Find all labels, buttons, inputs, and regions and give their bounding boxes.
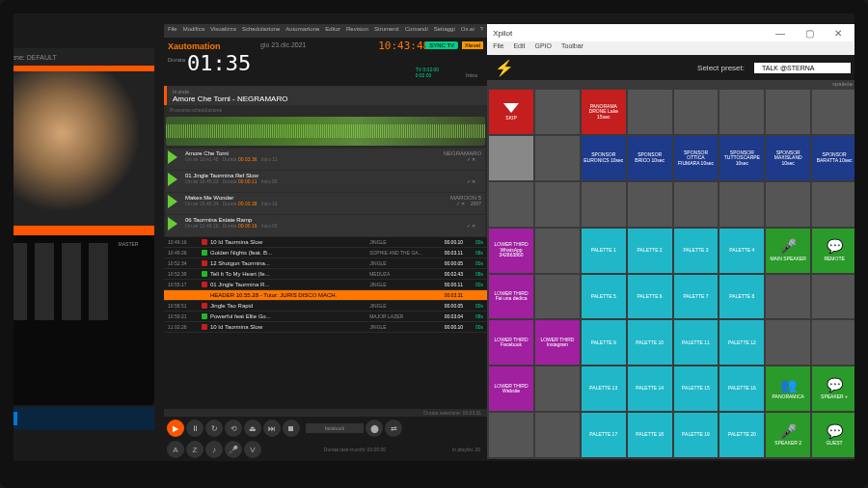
- palette-cell-palette-14[interactable]: PALETTE 14: [628, 366, 672, 411]
- palette-cell-palette-17[interactable]: PALETTE 17: [582, 413, 626, 457]
- palette-cell-palette-3[interactable]: PALETTE 3: [674, 229, 719, 273]
- deck-row[interactable]: Amore Che TorniNEGRAMARO On air 10.41.48…: [166, 149, 485, 170]
- menu-item[interactable]: GPIO: [534, 42, 552, 54]
- playlist[interactable]: 10:49:16 10 Id Taormina Slow JINGLE 00.0…: [164, 237, 487, 409]
- stop-button[interactable]: ⏹: [283, 420, 300, 437]
- tool-button[interactable]: A: [167, 441, 184, 458]
- palette-cell-sponsor-baratta-10sec[interactable]: SPONSOR BARATTA 10sec: [812, 136, 856, 180]
- maximize-icon[interactable]: ▢: [795, 28, 824, 39]
- play-icon[interactable]: [168, 195, 177, 208]
- palette-cell-palette-16[interactable]: PALETTE 16: [719, 366, 764, 411]
- palette-cell-lower-third-instagram[interactable]: LOWER THIRD Instagram: [535, 320, 580, 365]
- tool-button[interactable]: ♪: [205, 441, 223, 458]
- palette-cell-palette-15[interactable]: PALETTE 15: [674, 366, 719, 411]
- palette-cell-skip[interactable]: SKIP: [489, 90, 533, 134]
- controls-icon[interactable]: ✓ ✕: [456, 201, 465, 206]
- play-icon[interactable]: [168, 217, 177, 230]
- palette-cell-palette-4[interactable]: PALETTE 4: [719, 229, 764, 273]
- controls-icon[interactable]: ✓ ✕: [467, 223, 475, 229]
- playlist-row[interactable]: 10:49:16 10 Id Taormina Slow JINGLE 00.0…: [164, 237, 487, 248]
- pause-button[interactable]: ⏸: [186, 420, 203, 437]
- palette-cell-palette-19[interactable]: PALETTE 19: [674, 413, 719, 457]
- lightning-icon[interactable]: ⚡: [495, 59, 514, 77]
- eject-button[interactable]: ⏏: [244, 420, 261, 437]
- palette-cell-guest[interactable]: 💬GUEST: [812, 413, 856, 457]
- menu-item[interactable]: File: [493, 42, 503, 54]
- palette-cell-sponsor-maxisland-10sec[interactable]: SPONSOR MAXISLAND 10sec: [766, 136, 810, 180]
- mic-icon[interactable]: 🎤: [225, 441, 242, 458]
- deck-row[interactable]: 06 Taormina Estate Ramp On air 10.49.16 …: [166, 215, 485, 236]
- palette-cell-palette-2[interactable]: PALETTE 2: [628, 229, 672, 273]
- palette-cell-lower-third-facebook[interactable]: LOWER THIRD Facebook: [489, 320, 533, 365]
- playlist-row[interactable]: 10:58:51 Jingle Tao Rapid JINGLE 00.00.0…: [164, 301, 487, 312]
- palette-cell-panorama-drone-lake-15sec[interactable]: PANORAMA DRONE Lake 15sec: [582, 90, 626, 134]
- palette-cell-palette-8[interactable]: PALETTE 8: [719, 275, 764, 319]
- minimize-icon[interactable]: —: [766, 28, 795, 39]
- menu-item[interactable]: Comandi: [405, 26, 428, 36]
- palette-cell-remote[interactable]: 💬REMOTE: [812, 229, 856, 273]
- palette-cell-panoramica[interactable]: 👥PANORAMICA: [766, 366, 810, 411]
- menu-item[interactable]: Strumenti: [374, 26, 399, 36]
- menu-item[interactable]: Revision: [346, 26, 368, 36]
- palette-cell-palette-10[interactable]: PALETTE 10: [628, 320, 672, 365]
- tool-button[interactable]: V: [244, 441, 261, 458]
- palette-cell-palette-20[interactable]: PALETTE 20: [719, 413, 764, 457]
- loop-button[interactable]: ↻: [205, 420, 223, 437]
- palette-cell-sponsor-brico-10sec[interactable]: SPONSOR BRICO 10sec: [628, 136, 672, 180]
- playlist-row[interactable]: 10:55:17 01 Jingle Taormina R... JINGLE …: [164, 280, 487, 290]
- playlist-row[interactable]: 10:49:26 Golden Nights (feat. B... SOPHI…: [164, 248, 487, 258]
- play-icon[interactable]: [168, 173, 177, 186]
- menu-item[interactable]: Visualizza: [210, 26, 236, 36]
- preset-dropdown[interactable]: TALK @STERNA: [754, 63, 851, 73]
- menu-item[interactable]: Automazione: [285, 26, 319, 36]
- palette-cell-lower-third-fai-una-dedica[interactable]: LOWER THIRD Fai una dedica: [489, 275, 533, 319]
- windows-start-icon[interactable]: [4, 412, 17, 425]
- menu-item[interactable]: Editor: [325, 26, 340, 36]
- palette-cell-palette-18[interactable]: PALETTE 18: [628, 413, 672, 457]
- shuffle-icon[interactable]: ⇄: [385, 420, 402, 437]
- xpilot-menubar[interactable]: FileEditGPIOToolbar: [487, 41, 858, 55]
- audio-fader[interactable]: [62, 243, 81, 320]
- facebook-button[interactable]: facebook: [306, 423, 364, 433]
- waveform-display[interactable]: [166, 117, 485, 146]
- palette-cell-palette-5[interactable]: PALETTE 5: [582, 275, 626, 319]
- audio-fader[interactable]: [89, 243, 108, 320]
- controls-icon[interactable]: ✓ ✕: [467, 178, 475, 184]
- menu-item[interactable]: ?: [480, 26, 483, 36]
- skip-button[interactable]: ⏭: [263, 420, 281, 437]
- playlist-row[interactable]: 10:52:39 Tell It To My Heart (fe... MEDU…: [164, 269, 487, 280]
- controls-icon[interactable]: ✓ ✕: [467, 156, 475, 162]
- palette-cell-palette-11[interactable]: PALETTE 11: [674, 320, 719, 365]
- xpilot-titlebar[interactable]: Xpilot — ▢ ✕: [487, 24, 858, 41]
- play-button[interactable]: ▶: [167, 420, 184, 437]
- palette-cell-empty[interactable]: [489, 136, 533, 180]
- menu-item[interactable]: Os.ai: [461, 26, 475, 36]
- palette-cell-main-speaker[interactable]: 🎤MAIN SPEAKER: [766, 229, 810, 273]
- palette-cell-palette-6[interactable]: PALETTE 6: [628, 275, 672, 319]
- windows-taskbar[interactable]: [0, 407, 154, 430]
- palette-cell-palette-12[interactable]: PALETTE 12: [719, 320, 764, 365]
- reload-button[interactable]: ⟲: [225, 420, 242, 437]
- palette-cell-speaker[interactable]: 💬SPEAKER +: [812, 366, 856, 411]
- palette-cell-palette-13[interactable]: PALETTE 13: [582, 366, 626, 411]
- menu-item[interactable]: Edit: [513, 42, 525, 54]
- palette-cell-palette-7[interactable]: PALETTE 7: [674, 275, 719, 319]
- audio-fader[interactable]: [35, 243, 54, 320]
- palette-cell-sponsor-tuttoscarpe-10sec[interactable]: SPONSOR TUTTOSCARPE 10sec: [719, 136, 764, 180]
- xautomation-menubar[interactable]: FileModificaVisualizzaSchedulazioneAutom…: [164, 24, 487, 38]
- menu-item[interactable]: File: [168, 26, 177, 36]
- palette-cell-speaker-2[interactable]: 🎤SPEAKER 2: [766, 413, 810, 457]
- xlevel-badge[interactable]: Xlevel: [462, 41, 483, 49]
- menu-item[interactable]: Schedulazione: [242, 26, 280, 36]
- palette-cell-palette-9[interactable]: PALETTE 9: [582, 320, 626, 365]
- sync-tv-badge[interactable]: SYNC TV: [425, 41, 458, 49]
- menu-item[interactable]: Modifica: [183, 26, 204, 36]
- palette-cell-lower-third-website[interactable]: LOWER THIRD Website: [489, 366, 533, 411]
- play-icon[interactable]: [168, 150, 177, 164]
- palette-cell-sponsor-ottica-fiumara-10sec[interactable]: SPONSOR OTTICA FIUMARA 10sec: [674, 136, 719, 180]
- close-icon[interactable]: ✕: [824, 28, 853, 39]
- palette-cell-sponsor-euronics-10sec[interactable]: SPONSOR EURONICS 10sec: [582, 136, 626, 180]
- playlist-row[interactable]: 11:02:26 10 Id Taormina Slow JINGLE 00.0…: [164, 322, 487, 333]
- palette-cell-palette-1[interactable]: PALETTE 1: [582, 229, 626, 273]
- playlist-row[interactable]: 10:52:34 12 Shotgun Taormina... JINGLE 0…: [164, 258, 487, 269]
